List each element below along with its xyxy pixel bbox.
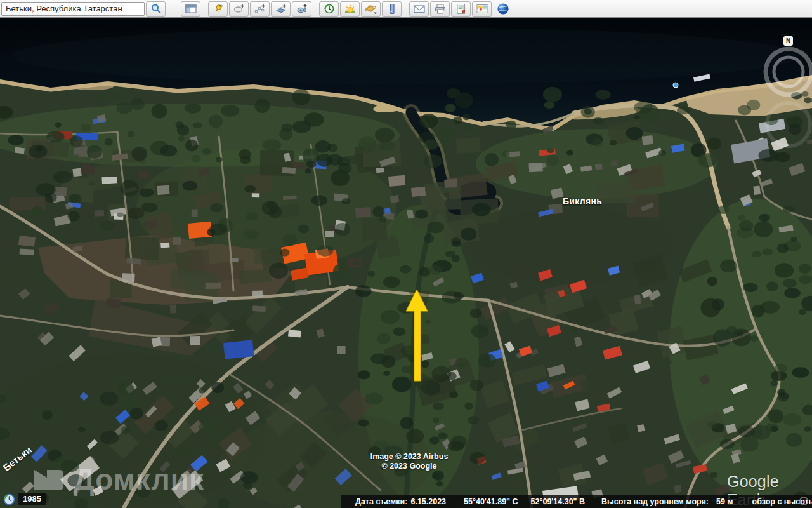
globe-button[interactable] [493,1,513,17]
map-viewport[interactable]: N Биклянь Бетьки Домклик Image © 2023 Ai… [0,18,812,508]
history-year: 1985 [18,493,46,505]
printer-icon [435,3,446,15]
envelope-icon [414,3,425,15]
place-label: Биклянь [563,196,602,206]
ruler-icon [386,3,398,15]
history-year-badge[interactable]: 1985 [3,493,46,505]
panel-toggle-button[interactable] [181,1,200,17]
globe-icon [497,3,509,15]
historical-imagery-button[interactable] [319,1,339,17]
watermark-text: Домклик [74,462,204,497]
add-placemark-button[interactable] [208,1,228,17]
compass-rings[interactable] [759,27,812,154]
imagery-attribution: Image © 2023 Airbus © 2023 Google [355,452,463,471]
watermark: Домклик [30,461,204,498]
time-clock-icon [3,493,15,505]
google-maps-icon [476,3,488,15]
camcorder-icon [296,3,308,15]
view-in-maps-button[interactable] [472,1,492,17]
satellite-imagery [0,18,812,508]
search-button[interactable] [146,1,166,17]
record-tour-button[interactable] [292,1,311,17]
capture-date-label: Дата съемки: [355,497,407,506]
add-image-overlay-button[interactable] [271,1,291,17]
add-polygon-button[interactable] [229,1,249,17]
elevation-label: Высота над уровнем моря: [601,497,709,506]
google-earth-window: N Биклянь Бетьки Домклик Image © 2023 Ai… [0,0,812,508]
history-clock-icon [324,3,335,15]
main-toolbar [0,0,812,18]
save-image-button[interactable] [451,1,471,17]
sunlight-button[interactable] [340,1,360,17]
compass-north-label[interactable]: N [783,36,793,46]
ruler-button[interactable] [382,1,402,17]
placemark-pushpin-icon [213,3,224,15]
streaming-indicator-icon [799,497,808,505]
polygon-icon [233,3,245,15]
longitude-value: 52°09'14.30" В [531,497,586,506]
saturn-icon [365,3,377,15]
search-icon [150,3,162,15]
save-image-icon [455,3,467,15]
sidebar-panel-icon [185,3,197,15]
add-path-button[interactable] [250,1,270,17]
path-icon [254,3,266,15]
capture-date-value: 6.15.2023 [410,497,446,506]
print-button[interactable] [430,1,450,17]
arrow-annotation [393,278,444,392]
sun-icon [344,3,356,15]
search-input[interactable] [1,2,145,16]
image-overlay-icon [275,3,287,15]
status-bar: Дата съемки: 6.15.2023 55°40'41.89" С 52… [341,495,812,508]
planets-button[interactable] [361,1,381,17]
elevation-value: 59 м [716,497,733,506]
latitude-value: 55°40'41.89" С [464,497,518,506]
email-button[interactable] [409,1,429,17]
